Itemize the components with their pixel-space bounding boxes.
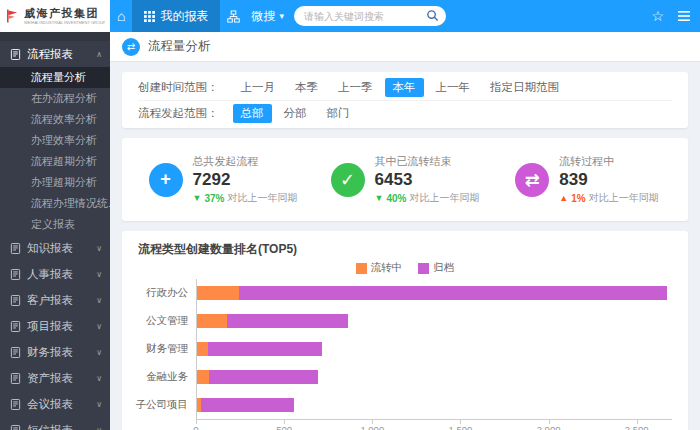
bar-segment-归档[interactable] bbox=[209, 370, 318, 384]
star-icon[interactable]: ☆ bbox=[651, 9, 664, 23]
sitemap-icon[interactable] bbox=[227, 10, 240, 23]
legend-item-流转中[interactable]: 流转中 bbox=[356, 261, 403, 275]
sidebar-subitem-流程量分析[interactable]: 流程量分析 bbox=[0, 67, 110, 88]
filter-option-上一年[interactable]: 上一年 bbox=[428, 78, 479, 97]
page-title: 流程量分析 bbox=[148, 38, 211, 55]
stat-value: 7292 bbox=[193, 170, 298, 190]
home-icon[interactable]: ⌂ bbox=[117, 9, 125, 23]
search-input[interactable] bbox=[304, 11, 422, 22]
stat-block-2: ⇄流转过程中839▲1%对比上一年同期 bbox=[496, 154, 678, 205]
arrow-down-icon: ▼ bbox=[375, 194, 384, 203]
chart-legend: 流转中归档 bbox=[138, 261, 672, 275]
top-header: 威海产投集团 WEIHAI INDUSTRIAL INVESTMENT GROU… bbox=[0, 0, 700, 32]
logo-subtitle: WEIHAI INDUSTRIAL INVESTMENT GROUP CO.,L… bbox=[24, 20, 105, 25]
sidebar-item-会议报表[interactable]: 会议报表∨ bbox=[0, 391, 110, 417]
search-box bbox=[294, 6, 446, 26]
filter-option-指定日期范围[interactable]: 指定日期范围 bbox=[482, 78, 567, 97]
stat-value: 6453 bbox=[375, 170, 480, 190]
bar-chart: 行政办公公文管理财务管理金融业务子公司项目 05001,0001,5002,00… bbox=[138, 279, 672, 430]
category-label: 公文管理 bbox=[138, 307, 196, 335]
report-icon bbox=[10, 373, 21, 384]
sidebar-item-label: 项目报表 bbox=[27, 319, 90, 334]
wesearch-dropdown[interactable]: 微搜 ▾ bbox=[251, 8, 284, 25]
sidebar-subitem-流程超期分析[interactable]: 流程超期分析 bbox=[0, 151, 110, 172]
bar-segment-流转中[interactable] bbox=[197, 314, 227, 328]
bar-segment-归档[interactable] bbox=[201, 398, 293, 412]
filter-option-上一月[interactable]: 上一月 bbox=[233, 78, 284, 97]
category-label: 金融业务 bbox=[138, 363, 196, 391]
chevron-down-icon: ∨ bbox=[96, 348, 102, 357]
bar-segment-流转中[interactable] bbox=[197, 286, 239, 300]
filter-option-上一季[interactable]: 上一季 bbox=[330, 78, 381, 97]
bar-segment-流转中[interactable] bbox=[197, 370, 209, 384]
filter-row: 创建时间范围：上一月本季上一季本年上一年指定日期范围 bbox=[138, 74, 672, 100]
category-label: 子公司项目 bbox=[138, 391, 196, 419]
filter-option-本年[interactable]: 本年 bbox=[385, 78, 424, 97]
sync-icon: ⇄ bbox=[515, 163, 549, 197]
sidebar-item-项目报表[interactable]: 项目报表∨ bbox=[0, 313, 110, 339]
sidebar-subitem-流程办理情况统...[interactable]: 流程办理情况统... bbox=[0, 193, 110, 214]
legend-swatch bbox=[356, 263, 367, 274]
bar-segment-流转中[interactable] bbox=[197, 342, 208, 356]
chevron-up-icon: ∧ bbox=[96, 50, 102, 59]
stat-value: 839 bbox=[559, 170, 658, 190]
search-icon[interactable] bbox=[426, 9, 439, 25]
content: 创建时间范围：上一月本季上一季本年上一年指定日期范围流程发起范围：总部分部部门 … bbox=[110, 62, 700, 430]
stat-delta: 40% bbox=[386, 193, 406, 204]
tick-label: 2,500 bbox=[625, 424, 649, 430]
bar-row-财务管理 bbox=[197, 335, 672, 363]
sidebar-item-短信报表[interactable]: 短信报表∨ bbox=[0, 417, 110, 430]
plus-icon: + bbox=[149, 163, 183, 197]
arrow-up-icon: ▲ bbox=[559, 194, 568, 203]
stat-compare: 对比上一年同期 bbox=[227, 191, 297, 205]
sidebar-item-资产报表[interactable]: 资产报表∨ bbox=[0, 365, 110, 391]
filter-option-总部[interactable]: 总部 bbox=[233, 104, 272, 123]
sidebar-subitem-办理效率分析[interactable]: 办理效率分析 bbox=[0, 130, 110, 151]
bar-segment-归档[interactable] bbox=[239, 286, 667, 300]
filter-option-本季[interactable]: 本季 bbox=[287, 78, 326, 97]
chevron-down-icon: ▾ bbox=[279, 11, 284, 21]
sidebar-subitem-定义报表[interactable]: 定义报表 bbox=[0, 214, 110, 235]
legend-swatch bbox=[418, 263, 429, 274]
filter-option-部门[interactable]: 部门 bbox=[319, 104, 358, 123]
stat-block-0: +总共发起流程7292▼37%对比上一年同期 bbox=[132, 154, 314, 205]
report-icon bbox=[10, 243, 21, 254]
bars-area bbox=[196, 279, 672, 420]
sidebar-subitem-流程效率分析[interactable]: 流程效率分析 bbox=[0, 109, 110, 130]
legend-item-归档[interactable]: 归档 bbox=[418, 261, 454, 275]
sidebar-menu: 流程报表∧流程量分析在办流程分析流程效率分析办理效率分析流程超期分析办理超期分析… bbox=[0, 41, 110, 430]
filter-label: 创建时间范围： bbox=[138, 80, 219, 95]
chevron-down-icon: ∨ bbox=[96, 400, 102, 409]
sidebar-item-知识报表[interactable]: 知识报表∨ bbox=[0, 235, 110, 261]
chart-title: 流程类型创建数量排名(TOP5) bbox=[138, 241, 672, 258]
sidebar-subitem-办理超期分析[interactable]: 办理超期分析 bbox=[0, 172, 110, 193]
bar-segment-归档[interactable] bbox=[227, 314, 348, 328]
stat-delta: 1% bbox=[571, 193, 585, 204]
filter-label: 流程发起范围： bbox=[138, 106, 219, 121]
sidebar-item-人事报表[interactable]: 人事报表∨ bbox=[0, 261, 110, 287]
bar-segment-归档[interactable] bbox=[208, 342, 322, 356]
tab-label: 我的报表 bbox=[160, 8, 208, 25]
stats-card: +总共发起流程7292▼37%对比上一年同期✓其中已流转结束6453▼40%对比… bbox=[122, 138, 688, 221]
report-icon bbox=[10, 399, 21, 410]
sidebar-item-财务报表[interactable]: 财务报表∨ bbox=[0, 339, 110, 365]
tab-my-reports[interactable]: 我的报表 bbox=[132, 0, 220, 32]
sidebar-item-客户报表[interactable]: 客户报表∨ bbox=[0, 287, 110, 313]
stat-label: 总共发起流程 bbox=[193, 154, 298, 169]
stat-delta: 37% bbox=[204, 193, 224, 204]
tick-label: 1,000 bbox=[360, 424, 384, 430]
filter-option-分部[interactable]: 分部 bbox=[276, 104, 315, 123]
sidebar-item-label: 短信报表 bbox=[27, 423, 90, 430]
sidebar-item-流程报表[interactable]: 流程报表∧ bbox=[0, 41, 110, 67]
process-analysis-icon: ⇄ bbox=[122, 38, 140, 56]
category-label: 行政办公 bbox=[138, 279, 196, 307]
menu-icon[interactable] bbox=[678, 10, 690, 22]
chevron-down-icon: ∨ bbox=[96, 322, 102, 331]
report-icon bbox=[10, 295, 21, 306]
stat-label: 流转过程中 bbox=[559, 154, 658, 169]
report-icon bbox=[10, 425, 21, 430]
sidebar-subitem-在办流程分析[interactable]: 在办流程分析 bbox=[0, 88, 110, 109]
report-icon bbox=[10, 269, 21, 280]
stat-label: 其中已流转结束 bbox=[375, 154, 480, 169]
filter-card: 创建时间范围：上一月本季上一季本年上一年指定日期范围流程发起范围：总部分部部门 bbox=[122, 72, 688, 128]
